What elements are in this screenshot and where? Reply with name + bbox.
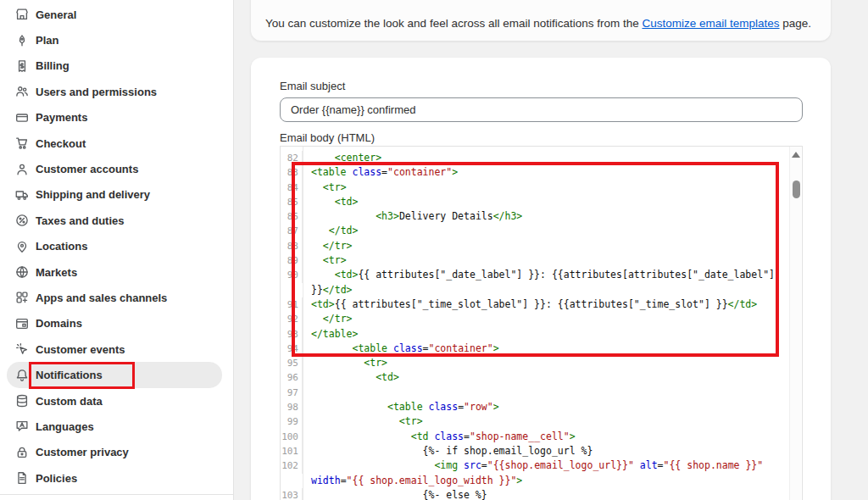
customize-email-templates-link[interactable]: Customize email templates	[643, 17, 780, 30]
code-text: <tr>	[311, 414, 783, 429]
line-number: 94	[281, 342, 303, 356]
line-number: 82	[281, 151, 303, 165]
code-line-93: 93</table>	[281, 327, 802, 342]
truck-icon	[14, 187, 30, 203]
sidebar-bottom-divider	[0, 494, 233, 495]
sidebar-item-shipping-and-delivery[interactable]: Shipping and delivery	[7, 182, 222, 208]
bell-icon	[14, 368, 30, 383]
settings-page: { "colors": { "code_tag": "#117700", "co…	[0, 0, 868, 500]
line-number: 103	[281, 488, 303, 500]
sidebar-item-label: Locations	[36, 240, 87, 253]
sidebar-item-notifications[interactable]: Notifications	[7, 362, 222, 387]
code-text: <td>	[311, 195, 783, 209]
sidebar-item-label: Customer accounts	[36, 163, 138, 175]
email-body-code-editor[interactable]: 82 <center>83<table class="container">84…	[280, 146, 803, 500]
code-text: <table class="container">	[311, 165, 783, 180]
code-text: {%- if shop.email_logo_url %}	[311, 444, 783, 458]
sidebar-item-payments[interactable]: Payments	[7, 105, 222, 131]
email-subject-input[interactable]	[280, 97, 803, 122]
apps-grid-icon	[14, 290, 30, 305]
code-line-96: 96 <td>	[281, 370, 802, 385]
store-icon	[14, 7, 30, 22]
sidebar-item-label: Taxes and duties	[36, 214, 125, 227]
code-text: <tr>	[311, 181, 783, 195]
line-number: 101	[281, 444, 303, 458]
sidebar-item-locations[interactable]: Locations	[7, 234, 222, 259]
sidebar-nav: GeneralPlanBillingUsers and permissionsP…	[0, 0, 233, 491]
code-text: <td class="shop-name__cell">	[311, 430, 783, 444]
line-number: 93	[281, 327, 303, 342]
email-subject-label: Email subject	[280, 80, 345, 92]
sidebar-item-customer-events[interactable]: Customer events	[7, 336, 222, 362]
code-line-91: 91<td>{{ attributes["_time_slot_label"] …	[281, 297, 802, 312]
location-pin-icon	[14, 239, 30, 254]
customer-events-icon	[14, 342, 30, 357]
code-line-88: 88 </tr>	[281, 239, 802, 253]
code-line-103: 103 {%- else %}	[281, 488, 802, 500]
sidebar-item-label: Users and permissions	[36, 86, 157, 98]
billing-icon	[14, 58, 30, 74]
line-number: 90	[281, 268, 303, 282]
scrollbar-thumb[interactable]	[793, 181, 800, 198]
sidebar-item-customer-accounts[interactable]: Customer accounts	[7, 156, 222, 181]
line-number: 98	[281, 400, 303, 414]
line-number: 85	[281, 195, 303, 209]
code-text: <td>	[311, 370, 783, 385]
line-number: 92	[281, 312, 303, 326]
line-number: 84	[281, 181, 303, 195]
line-number: 95	[281, 356, 303, 370]
sidebar-item-languages[interactable]: Languages	[7, 414, 222, 439]
sidebar-item-markets[interactable]: Markets	[7, 259, 222, 285]
custom-data-icon	[14, 393, 30, 408]
banner-text-before: You can customize the look and feel acro…	[265, 17, 643, 30]
sidebar-item-general[interactable]: General	[7, 2, 222, 27]
sidebar-item-custom-data[interactable]: Custom data	[7, 388, 222, 414]
settings-sidebar: GeneralPlanBillingUsers and permissionsP…	[0, 0, 234, 500]
sidebar-item-label: Languages	[36, 420, 94, 433]
scroll-up-button[interactable]	[790, 148, 802, 160]
domains-icon	[14, 316, 30, 331]
sidebar-item-label: Plan	[36, 34, 58, 47]
sidebar-item-plan[interactable]: Plan	[7, 27, 222, 53]
code-line-82: 82 <center>	[281, 151, 802, 165]
sidebar-item-customer-privacy[interactable]: Customer privacy	[7, 440, 222, 465]
sidebar-item-apps-and-sales-channels[interactable]: Apps and sales channels	[7, 285, 222, 310]
code-text: <table class="container">	[311, 342, 783, 356]
plan-icon	[14, 33, 30, 48]
banner-text: You can customize the look and feel acro…	[265, 17, 811, 30]
code-text: <tr>	[311, 253, 783, 268]
sidebar-item-label: Billing	[36, 59, 70, 72]
code-text: <table class="row">	[311, 400, 783, 414]
line-number: 100	[281, 430, 303, 444]
languages-icon	[14, 419, 30, 434]
code-text: <tr>	[311, 356, 783, 370]
email-template-card: Email subject Email body (HTML) 82 <cent…	[251, 58, 831, 500]
code-line-97: 97	[281, 386, 802, 400]
taxes-percent-icon	[14, 213, 30, 228]
checkout-cart-icon	[14, 136, 30, 151]
lock-icon	[14, 445, 30, 460]
sidebar-item-label: Customer privacy	[36, 446, 129, 458]
line-number: 91	[281, 297, 303, 312]
sidebar-item-label: Checkout	[36, 137, 86, 150]
code-line-95: 95 <tr>	[281, 356, 802, 370]
line-number: 89	[281, 253, 303, 268]
sidebar-item-taxes-and-duties[interactable]: Taxes and duties	[7, 208, 222, 233]
sidebar-item-checkout[interactable]: Checkout	[7, 131, 222, 156]
sidebar-item-label: General	[36, 8, 76, 21]
sidebar-item-users-and-permissions[interactable]: Users and permissions	[7, 79, 222, 104]
banner-card: You can customize the look and feel acro…	[251, 0, 831, 41]
code-line-83: 83<table class="container">	[281, 165, 802, 180]
code-text: </tr>	[311, 312, 783, 326]
code-line-84: 84 <tr>	[281, 181, 802, 195]
code-text: <img src="{{shop.email_logo_url}}" alt="…	[311, 458, 783, 488]
code-text: <h3>Delivery Details</h3>	[311, 209, 783, 224]
sidebar-item-domains[interactable]: Domains	[7, 311, 222, 336]
code-line-86: 86 <h3>Delivery Details</h3>	[281, 209, 802, 224]
code-text: </table>	[311, 327, 783, 342]
sidebar-item-policies[interactable]: Policies	[7, 465, 222, 491]
users-icon	[14, 84, 30, 99]
code-line-101: 101 {%- if shop.email_logo_url %}	[281, 444, 802, 458]
sidebar-item-billing[interactable]: Billing	[7, 53, 222, 79]
line-number: 87	[281, 224, 303, 238]
